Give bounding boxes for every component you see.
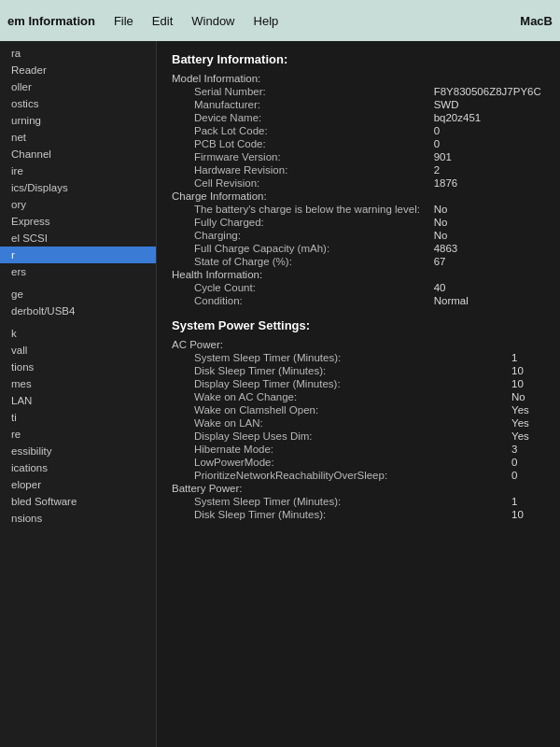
wake-clamshell-value: Yes (504, 403, 545, 416)
table-row: AC Power: (172, 338, 545, 351)
condition-label: Condition: (172, 294, 427, 307)
sidebar-item-tions[interactable]: tions (0, 359, 156, 375)
table-row: Wake on Clamshell Open: Yes (172, 403, 545, 416)
sidebar-item-ostics[interactable]: ostics (0, 95, 156, 112)
sidebar-item-ory[interactable]: ory (0, 196, 156, 213)
sidebar-item-mes[interactable]: mes (0, 375, 156, 392)
menu-window[interactable]: Window (191, 14, 234, 28)
display-sleep-dim-value: Yes (504, 430, 545, 443)
cycle-count-value: 40 (427, 281, 545, 294)
condition-value: Normal (427, 294, 545, 307)
full-charge-value: 4863 (427, 242, 545, 255)
sidebar-item-scsi[interactable]: el SCSI (0, 230, 156, 247)
table-row: The battery's charge is below the warnin… (172, 203, 545, 216)
cell-revision-value: 1876 (427, 176, 545, 190)
window-title-right: MacB (520, 14, 553, 28)
battery-power-label: Battery Power: (172, 482, 504, 495)
hw-revision-label: Hardware Revision: (172, 163, 427, 176)
wake-lan-value: Yes (504, 416, 545, 430)
sidebar-item-ications[interactable]: ications (0, 459, 156, 476)
manufacturer-value: SWD (427, 98, 545, 111)
table-row: Condition: Normal (172, 294, 545, 307)
charge-label: Charge Information: (172, 190, 427, 203)
table-row: Charging: No (172, 229, 545, 242)
table-row: Fully Charged: No (172, 216, 545, 229)
hibernate-value: 3 (504, 443, 545, 456)
table-row: Display Sleep Timer (Minutes): 10 (172, 377, 545, 390)
sidebar-item-ti[interactable]: ti (0, 409, 156, 426)
firmware-label: Firmware Version: (172, 150, 427, 163)
table-row: Cell Revision: 1876 (172, 176, 545, 190)
app-window: ra Reader oller ostics urning net Channe… (0, 41, 560, 747)
wake-lan-label: Wake on LAN: (172, 416, 504, 430)
bat-disk-sleep-label: Disk Sleep Timer (Minutes): (172, 508, 504, 521)
sidebar-item-thunderbolt[interactable]: derbolt/USB4 (0, 303, 156, 319)
device-name-label: Device Name: (172, 111, 427, 124)
low-power-value: 0 (504, 456, 545, 469)
health-label: Health Information: (172, 268, 427, 281)
table-row: PCB Lot Code: 0 (172, 137, 545, 150)
sidebar-item-developer[interactable]: eloper (0, 476, 156, 493)
table-row: Charge Information: (172, 190, 545, 203)
bat-sys-sleep-value: 1 (504, 495, 545, 508)
sidebar-item-lan[interactable]: LAN (0, 392, 156, 409)
sidebar-item-express[interactable]: Express (0, 213, 156, 230)
table-row: Wake on AC Change: No (172, 390, 545, 403)
table-row: Device Name: bq20z451 (172, 111, 545, 124)
disk-sleep-value: 10 (504, 364, 545, 377)
battery-info-table: Model Information: Serial Number: F8Y830… (172, 72, 545, 307)
sidebar-item-reader[interactable]: Reader (0, 62, 156, 78)
table-row: Firmware Version: 901 (172, 150, 545, 163)
sidebar-item-disabled-software[interactable]: bled Software (0, 493, 156, 510)
menu-help[interactable]: Help (254, 14, 279, 28)
main-content: Battery Information: Model Information: … (157, 41, 560, 747)
full-charge-label: Full Charge Capacity (mAh): (172, 242, 427, 255)
sidebar-item-k[interactable]: k (0, 325, 156, 342)
manufacturer-label: Manufacturer: (172, 98, 427, 111)
sidebar-item-ge[interactable]: ge (0, 286, 156, 303)
sidebar-item-ers[interactable]: ers (0, 263, 156, 280)
disk-sleep-label: Disk Sleep Timer (Minutes): (172, 364, 504, 377)
table-row: Serial Number: F8Y830506Z8J7PY6C (172, 85, 545, 98)
menu-file[interactable]: File (114, 14, 133, 28)
table-row: Cycle Count: 40 (172, 281, 545, 294)
prioritize-network-value: 0 (504, 469, 545, 482)
display-sleep-label: Display Sleep Timer (Minutes): (172, 377, 504, 390)
sidebar-item-re[interactable]: re (0, 426, 156, 443)
cycle-count-label: Cycle Count: (172, 281, 427, 294)
menu-bar: em Information File Edit Window Help Mac… (0, 0, 560, 41)
ac-power-label: AC Power: (172, 338, 504, 351)
sidebar-item-accessibility[interactable]: essibility (0, 443, 156, 459)
hibernate-label: Hibernate Mode: (172, 443, 504, 456)
display-sleep-value: 10 (504, 377, 545, 390)
table-row: Model Information: (172, 72, 545, 85)
state-of-charge-label: State of Charge (%): (172, 255, 427, 268)
sidebar-item-ire[interactable]: ire (0, 162, 156, 179)
pcb-lot-label: PCB Lot Code: (172, 137, 427, 150)
sidebar-item-displays[interactable]: ics/Displays (0, 179, 156, 196)
sidebar-item-channel[interactable]: Channel (0, 146, 156, 162)
table-row: Hardware Revision: 2 (172, 163, 545, 176)
sidebar-item-vall[interactable]: vall (0, 342, 156, 359)
menu-edit[interactable]: Edit (152, 14, 173, 28)
battery-section-title: Battery Information: (172, 52, 545, 66)
sidebar-item-urning[interactable]: urning (0, 112, 156, 129)
sidebar-item-selected[interactable]: r (0, 247, 156, 263)
fully-charged-label: Fully Charged: (172, 216, 427, 229)
app-title: em Information (7, 14, 95, 28)
display-sleep-dim-label: Display Sleep Uses Dim: (172, 430, 504, 443)
sidebar-item-ra[interactable]: ra (0, 45, 156, 62)
table-row: PrioritizeNetworkReachabilityOverSleep: … (172, 469, 545, 482)
table-row: System Sleep Timer (Minutes): 1 (172, 495, 545, 508)
table-row: Full Charge Capacity (mAh): 4863 (172, 242, 545, 255)
pack-lot-value: 0 (427, 124, 545, 137)
sidebar-item-oller[interactable]: oller (0, 78, 156, 95)
charging-label: Charging: (172, 229, 427, 242)
state-of-charge-value: 67 (427, 255, 545, 268)
table-row: Hibernate Mode: 3 (172, 443, 545, 456)
table-row: LowPowerMode: 0 (172, 456, 545, 469)
sidebar-item-net[interactable]: net (0, 129, 156, 146)
sidebar-item-extensions[interactable]: nsions (0, 510, 156, 527)
table-row: Pack Lot Code: 0 (172, 124, 545, 137)
sys-sleep-value: 1 (504, 351, 545, 364)
